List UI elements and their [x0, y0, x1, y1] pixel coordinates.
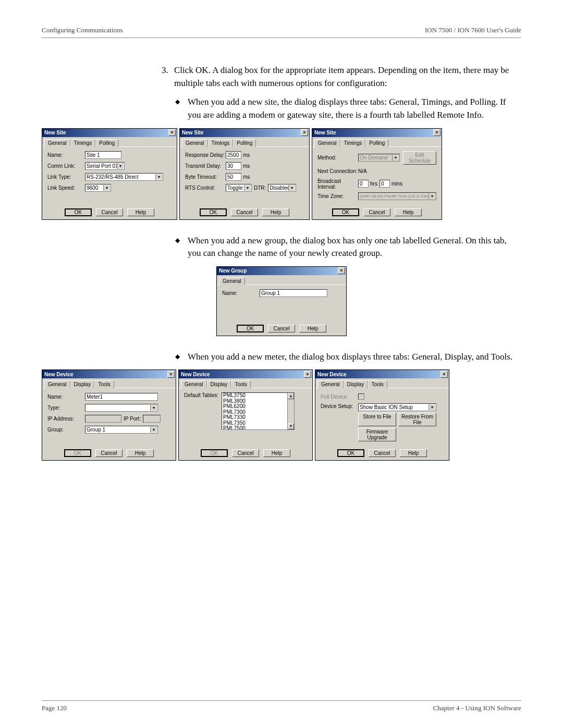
setup-select[interactable]: Show Basic ION Setup [358, 403, 436, 411]
dev-ip-input [85, 415, 121, 423]
store-to-file-button[interactable]: Store to File [358, 413, 396, 426]
help-button[interactable]: Help [127, 449, 154, 457]
titlebar: New Device × [42, 370, 176, 378]
bcast-mins-input[interactable]: 0 [380, 180, 390, 188]
linktype-select[interactable]: RS-232/RS-485 Direct [85, 173, 163, 181]
tab-timings[interactable]: Timings [70, 139, 96, 147]
cancel-button[interactable]: Cancel [232, 449, 259, 457]
help-button[interactable]: Help [400, 449, 427, 457]
bytetime-input[interactable]: 50 [226, 173, 241, 181]
poll-label: Poll Device: [321, 394, 358, 400]
ok-button[interactable]: OK [237, 325, 264, 332]
list-item[interactable]: PML7500 [222, 426, 294, 430]
tab-general[interactable]: General [182, 139, 208, 147]
cancel-button[interactable]: Cancel [231, 208, 258, 216]
firmware-upgrade-button[interactable]: Firmware Upgrade [358, 428, 396, 441]
tab-display[interactable]: Display [344, 380, 368, 388]
step-number: 3. [162, 64, 174, 90]
new-group-row: New Group × General Name: Group 1 OK Can… [42, 266, 521, 336]
transdelay-input[interactable]: 30 [226, 162, 241, 170]
help-button[interactable]: Help [395, 208, 422, 216]
deftables-label: Default Tables: [184, 392, 222, 444]
tab-polling[interactable]: Polling [233, 139, 256, 147]
tab-general[interactable]: General [314, 139, 340, 147]
poll-checkbox [358, 393, 364, 400]
close-icon[interactable]: × [168, 129, 176, 136]
tab-general[interactable]: General [317, 380, 344, 388]
page-footer: Page 120 Chapter 4 - Using ION Software [42, 700, 521, 712]
bcast-hrs-input[interactable]: 0 [358, 180, 369, 188]
commlink-label: Comm Link: [47, 163, 85, 169]
step-3: 3. Click OK. A dialog box for the approp… [162, 64, 521, 90]
new-device-dialog-row: New Device × General Display Tools Name:… [42, 369, 521, 461]
commlink-select[interactable]: Serial Port 01 [85, 162, 125, 170]
tab-general[interactable]: General [44, 380, 70, 388]
close-icon[interactable]: × [167, 371, 175, 378]
new-site-general-dialog: New Site × General Timings Polling Name:… [42, 128, 177, 220]
help-button[interactable]: Help [262, 208, 289, 216]
header-right: ION 7500 / ION 7600 User's Guide [425, 26, 521, 34]
ok-button[interactable]: OK [332, 208, 359, 216]
name-input[interactable]: Site 1 [85, 151, 121, 159]
cancel-button[interactable]: Cancel [363, 208, 390, 216]
new-group-dialog: New Group × General Name: Group 1 OK Can… [216, 266, 347, 336]
tab-tools[interactable]: Tools [94, 380, 114, 388]
tab-timings[interactable]: Timings [208, 139, 234, 147]
group-name-input[interactable]: Group 1 [260, 289, 327, 297]
dtr-select[interactable]: Disabled [268, 184, 296, 192]
close-icon[interactable]: × [304, 371, 311, 378]
respdelay-input[interactable]: 2500 [226, 151, 241, 159]
tab-tools[interactable]: Tools [231, 380, 250, 388]
tab-display[interactable]: Display [70, 380, 95, 388]
ok-button[interactable]: OK [65, 208, 92, 216]
dev-group-select[interactable]: Group 1 [85, 426, 158, 434]
ok-button[interactable]: OK [200, 208, 227, 216]
tab-timings[interactable]: Timings [340, 139, 366, 147]
new-site-timings-dialog: New Site × General Timings Polling Respo… [179, 128, 310, 220]
dev-group-label: Group: [47, 427, 85, 433]
dev-type-label: Type: [47, 405, 85, 411]
ok-button[interactable]: OK [64, 449, 91, 457]
ok-button[interactable]: OK [337, 449, 364, 457]
ok-button[interactable]: OK [201, 449, 228, 457]
scrollbar[interactable]: ▲ ▼ [287, 393, 294, 429]
nextconn-value: N/A [358, 168, 367, 174]
dtr-label: DTR: [254, 185, 266, 191]
tab-tools[interactable]: Tools [368, 380, 387, 388]
help-button[interactable]: Help [263, 449, 290, 457]
close-icon[interactable]: × [301, 129, 308, 136]
tab-general[interactable]: General [181, 380, 207, 388]
step-text: Click OK. A dialog box for the appropria… [174, 64, 521, 90]
dev-name-input[interactable]: Meter1 [85, 393, 158, 401]
method-select[interactable]: On Demand [358, 154, 400, 162]
tz-select[interactable]: (GMT-08:00) Pacific Time (US & Canada); … [358, 192, 436, 200]
cancel-button[interactable]: Cancel [369, 449, 396, 457]
rts-select[interactable]: Toggle [226, 184, 252, 192]
help-button[interactable]: Help [299, 325, 326, 332]
close-icon[interactable]: × [338, 267, 345, 274]
footer-left: Page 120 [42, 704, 67, 712]
header-left: Configuring Communications [42, 26, 123, 34]
linkspeed-select[interactable]: 9600 [85, 184, 111, 192]
tab-display[interactable]: Display [207, 380, 231, 388]
bullet-3: When you add a new meter, the dialog box… [175, 351, 521, 364]
tab-polling[interactable]: Polling [365, 139, 388, 147]
group-name-label: Name: [222, 290, 260, 296]
deftables-listbox[interactable]: PML3750 PML3800 PML6200 PML7300 PML7330 … [222, 392, 295, 430]
scroll-down-icon[interactable]: ▼ [288, 423, 294, 429]
rts-label: RTS Control: [185, 185, 226, 191]
tab-general[interactable]: General [44, 139, 70, 147]
cancel-button[interactable]: Cancel [95, 449, 123, 457]
dev-type-select[interactable] [85, 404, 158, 412]
dev-ipport-label: IP Port: [124, 416, 141, 422]
scroll-up-icon[interactable]: ▲ [288, 393, 294, 399]
help-button[interactable]: Help [127, 208, 154, 216]
close-icon[interactable]: × [433, 129, 440, 136]
restore-from-file-button[interactable]: Restore From File [398, 413, 436, 426]
tab-general[interactable]: General [219, 277, 245, 285]
respdelay-label: Response Delay: [185, 152, 226, 158]
cancel-button[interactable]: Cancel [96, 208, 123, 216]
cancel-button[interactable]: Cancel [268, 325, 295, 332]
close-icon[interactable]: × [440, 371, 448, 378]
tab-polling[interactable]: Polling [95, 139, 118, 147]
